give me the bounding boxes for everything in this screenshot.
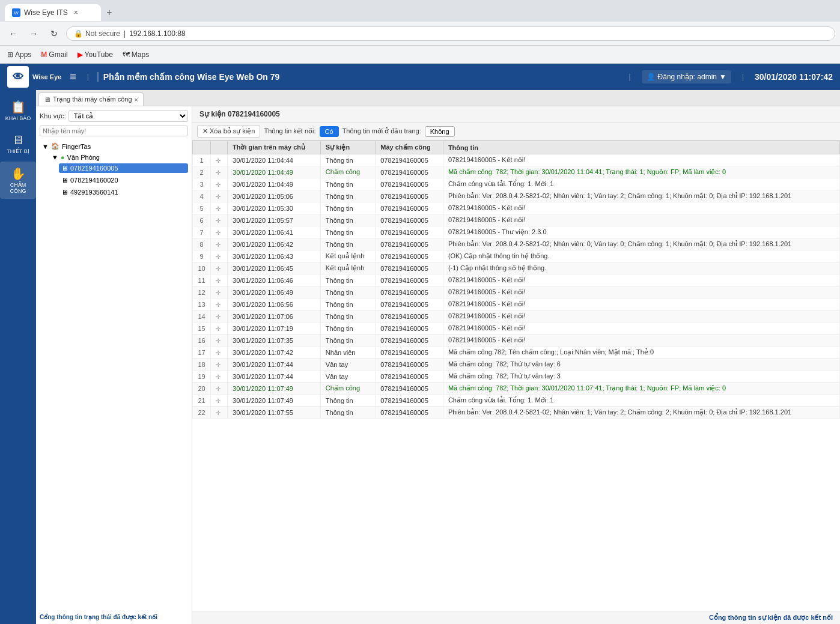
action-bar: ✕ Xóa bỏ sự kiện Thông tin kết nối: Có T… <box>192 123 840 141</box>
sidebar-item-cham-cong[interactable]: ✋ CHẤM CÔNG <box>0 162 36 199</box>
table-row: 18 ✛ 30/01/2020 11:07:44 Vân tay 0782194… <box>193 359 840 371</box>
forward-button[interactable]: → <box>25 25 42 42</box>
row-info: Mã chấm công: 782; Thời gian: 30/01/2020… <box>443 383 839 395</box>
row-machine: 0782194160005 <box>376 238 443 250</box>
row-event: Thông tin <box>320 190 375 202</box>
row-move: ✛ <box>211 262 228 274</box>
sidebar: 📋 KHAI BÁO 🖥 THIẾT BỊ ✋ CHẤM CÔNG <box>0 90 36 624</box>
row-num: 18 <box>193 359 211 371</box>
close-tab-icon[interactable]: × <box>135 96 138 103</box>
bottom-status: Cổng thông tin sự kiện đã được kết nối <box>192 611 840 624</box>
table-row: 22 ✛ 30/01/2020 11:07:55 Thông tin 07821… <box>193 407 840 419</box>
row-machine: 0782194160005 <box>376 298 443 310</box>
row-machine: 0782194160005 <box>376 347 443 359</box>
row-event: Thông tin <box>320 178 375 190</box>
row-info: Chấm công vừa tải. Tổng: 1. Mới: 1 <box>443 395 839 407</box>
header-datetime: 30/01/2020 11:07:42 <box>755 72 833 82</box>
new-info-toggle[interactable]: Không <box>425 126 455 137</box>
sidebar-item-thiet-bi[interactable]: 🖥 THIẾT BỊ <box>0 129 36 159</box>
row-machine: 0782194160005 <box>376 383 443 395</box>
home-icon: 🏠 <box>51 142 59 150</box>
app-title: Phần mềm chấm công Wise Eye Web On 79 <box>97 72 618 82</box>
trang-thai-may-tab[interactable]: 🖥 Trạng thái máy chấm công × <box>38 92 144 106</box>
row-num: 3 <box>193 178 211 190</box>
reload-button[interactable]: ↻ <box>46 25 62 42</box>
row-move: ✛ <box>211 310 228 323</box>
row-num: 15 <box>193 323 211 335</box>
row-time: 30/01/2020 11:06:43 <box>228 250 321 262</box>
table-row: 3 ✛ 30/01/2020 11:04:49 Thông tin 078219… <box>193 178 840 190</box>
row-move: ✛ <box>211 395 228 407</box>
tab-label: Trạng thái máy chấm công <box>53 95 132 103</box>
row-time: 30/01/2020 11:05:06 <box>228 190 321 202</box>
right-panel: Sự kiện 0782194160005 ✕ Xóa bỏ sự kiện T… <box>192 106 840 624</box>
row-num: 17 <box>193 347 211 359</box>
browser-tab[interactable]: W Wise Eye ITS × <box>5 4 101 21</box>
tree-van-phong-node[interactable]: ▼ ● Văn Phòng 🖥 0782194160005 <box>49 151 188 199</box>
row-time[interactable]: 30/01/2020 11:04:49 <box>228 166 321 178</box>
sidebar-item-khai-bao[interactable]: 📋 KHAI BÁO <box>0 95 36 126</box>
row-move: ✛ <box>211 335 228 347</box>
bookmark-youtube[interactable]: ▶ YouTube <box>75 49 115 60</box>
device-label-2: 4929193560141 <box>70 189 118 196</box>
table-row: 21 ✛ 30/01/2020 11:07:49 Thông tin 07821… <box>193 395 840 407</box>
search-input[interactable] <box>40 126 188 136</box>
row-event: Kết quả lệnh <box>320 250 375 262</box>
row-move: ✛ <box>211 383 228 395</box>
row-move: ✛ <box>211 250 228 262</box>
delete-events-button[interactable]: ✕ Xóa bỏ sự kiện <box>197 125 260 138</box>
app-logo: 👁 Wise Eye <box>7 66 61 88</box>
new-tab-button[interactable]: + <box>101 4 118 21</box>
row-machine: 0782194160005 <box>376 323 443 335</box>
row-event: Thông tin <box>320 202 375 214</box>
row-info: (-1) Cập nhật thông số hệ thống. <box>443 262 839 274</box>
tree-root-node[interactable]: ▼ 🏠 FingerTas ▼ ● Văn Phòng <box>40 140 188 201</box>
tree-device-1[interactable]: 🖥 0782194160020 <box>59 174 188 186</box>
tree-device-2[interactable]: 🖥 4929193560141 <box>59 186 188 198</box>
table-row: 7 ✛ 30/01/2020 11:06:41 Thông tin 078219… <box>193 226 840 238</box>
dropdown-arrow-icon: ▼ <box>719 73 726 81</box>
row-num: 9 <box>193 250 211 262</box>
row-event: Thông tin <box>320 274 375 286</box>
bookmark-gmail[interactable]: M Gmail <box>38 49 70 60</box>
row-event: Thông tin <box>320 298 375 310</box>
connection-toggle[interactable]: Có <box>320 126 339 137</box>
table-row: 4 ✛ 30/01/2020 11:05:06 Thông tin 078219… <box>193 190 840 202</box>
table-row: 8 ✛ 30/01/2020 11:06:42 Thông tin 078219… <box>193 238 840 250</box>
user-dropdown[interactable]: 👤 Đăng nhập: admin ▼ <box>642 70 731 83</box>
row-info: Mã chấm công: 782; Thứ tự vân tay: 3 <box>443 371 839 383</box>
tree-device-0[interactable]: 🖥 0782194160005 <box>59 162 188 174</box>
row-num: 7 <box>193 226 211 238</box>
row-time: 30/01/2020 11:07:19 <box>228 323 321 335</box>
row-time: 30/01/2020 11:07:35 <box>228 335 321 347</box>
row-event: Kết quả lệnh <box>320 262 375 274</box>
device-label-1: 0782194160020 <box>70 177 118 184</box>
row-time: 30/01/2020 11:04:44 <box>228 154 321 166</box>
row-info: Phiên bản: Ver: 208.0.4.2-5821-02; Nhân … <box>443 238 839 250</box>
row-machine: 0782194160005 <box>376 274 443 286</box>
row-time: 30/01/2020 11:07:49 <box>228 395 321 407</box>
events-table-container: Thời gian trên máy chủ Sự kiện Máy chấm … <box>192 141 840 611</box>
address-bar[interactable]: 🔒 Not secure | 192.168.1.100:88 <box>66 26 835 41</box>
table-row: 16 ✛ 30/01/2020 11:07:35 Thông tin 07821… <box>193 335 840 347</box>
bookmark-maps[interactable]: 🗺 Maps <box>120 49 151 60</box>
row-event: Nhân viên <box>320 347 375 359</box>
close-tab-icon[interactable]: × <box>74 8 78 17</box>
row-move: ✛ <box>211 154 228 166</box>
hamburger-icon[interactable]: ≡ <box>67 71 79 83</box>
col-event: Sự kiện <box>320 141 375 154</box>
back-button[interactable]: ← <box>5 25 22 42</box>
row-num: 6 <box>193 214 211 226</box>
row-time[interactable]: 30/01/2020 11:07:49 <box>228 383 321 395</box>
row-info: Chấm công vừa tải. Tổng: 1. Mới: 1 <box>443 178 839 190</box>
row-event: Thông tin <box>320 407 375 419</box>
bookmark-apps[interactable]: ⊞ Apps <box>5 49 34 60</box>
cham-cong-icon: ✋ <box>11 166 26 181</box>
row-machine: 0782194160005 <box>376 286 443 298</box>
row-time: 30/01/2020 11:07:42 <box>228 347 321 359</box>
row-event: Chấm công <box>320 383 375 395</box>
row-machine: 0782194160005 <box>376 250 443 262</box>
row-move: ✛ <box>211 214 228 226</box>
device-tree: ▼ 🏠 FingerTas ▼ ● Văn Phòng <box>40 140 188 611</box>
khu-vuc-select[interactable]: Tất cả <box>68 110 188 122</box>
